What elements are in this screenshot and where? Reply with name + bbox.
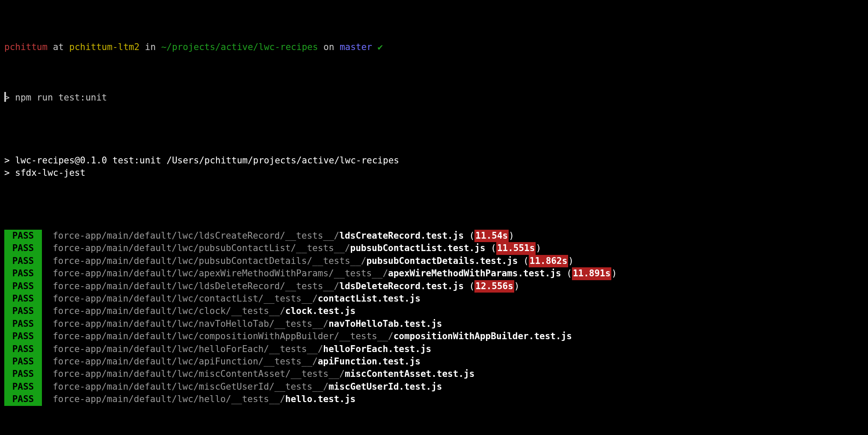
test-path: force-app/main/default/lwc/navToHelloTab… [53, 319, 329, 329]
test-duration-badge: 11.891s [572, 267, 612, 280]
pass-badge: PASS [4, 255, 42, 267]
paren-open: ( [464, 231, 474, 241]
test-path: force-app/main/default/lwc/clock/__tests… [53, 306, 285, 316]
test-filename: helloForEach.test.js [323, 344, 431, 354]
test-filename: navToHelloTab.test.js [329, 319, 442, 329]
test-filename: miscContentAsset.test.js [345, 369, 474, 379]
pass-badge: PASS [4, 381, 42, 393]
prompt-user: pchittum [4, 42, 47, 52]
test-result-row: PASS force-app/main/default/lwc/helloFor… [4, 343, 864, 355]
pass-badge: PASS [4, 242, 42, 254]
test-path: force-app/main/default/lwc/pubsubContact… [53, 243, 350, 253]
paren-close: ) [611, 268, 617, 278]
paren-open: ( [464, 281, 474, 291]
test-filename: hello.test.js [285, 394, 355, 404]
paren-close: ) [509, 231, 514, 241]
test-duration-badge: 12.556s [474, 280, 514, 293]
prompt-line-2: > npm run test:unit [4, 92, 864, 104]
pass-badge: PASS [4, 343, 42, 355]
test-filename: pubsubContactDetails.test.js [366, 256, 518, 266]
test-result-row: PASS force-app/main/default/lwc/apexWire… [4, 267, 864, 280]
pass-badge: PASS [4, 230, 42, 242]
test-result-row: PASS force-app/main/default/lwc/ldsCreat… [4, 230, 864, 242]
script-output-line: > lwc-recipes@0.1.0 test:unit /Users/pch… [4, 154, 864, 167]
prompt-ps1: > [4, 92, 15, 103]
test-duration-badge: 11.551s [496, 242, 536, 254]
jest-results: PASS force-app/main/default/lwc/ldsCreat… [4, 230, 864, 405]
test-duration-badge: 11.54s [474, 230, 509, 242]
test-filename: ldsDeleteRecord.test.js [339, 281, 464, 291]
test-filename: pubsubContactList.test.js [350, 243, 486, 253]
pass-badge: PASS [4, 318, 42, 330]
paren-close: ) [568, 256, 574, 266]
pass-badge: PASS [4, 305, 42, 317]
paren-close: ) [536, 243, 541, 253]
prompt-at: at [47, 42, 69, 52]
test-result-row: PASS force-app/main/default/lwc/hello/__… [4, 393, 864, 405]
test-result-row: PASS force-app/main/default/lwc/miscCont… [4, 368, 864, 380]
test-duration-badge: 11.862s [529, 255, 569, 267]
script-output-line [4, 142, 864, 154]
test-result-row: PASS force-app/main/default/lwc/pubsubCo… [4, 255, 864, 267]
paren-open: ( [518, 256, 528, 266]
prompt-host: pchittum-ltm2 [69, 42, 139, 52]
pass-badge: PASS [4, 355, 42, 368]
test-path: force-app/main/default/lwc/contactList/_… [53, 293, 318, 304]
paren-close: ) [514, 281, 520, 291]
test-path: force-app/main/default/lwc/compositionWi… [53, 331, 394, 341]
test-filename: compositionWithAppBuilder.test.js [394, 331, 572, 341]
test-filename: clock.test.js [285, 306, 355, 316]
entered-command: npm run test:unit [15, 92, 107, 103]
test-path: force-app/main/default/lwc/ldsCreateReco… [53, 231, 339, 241]
prompt-in: in [139, 42, 161, 52]
test-filename: contactList.test.js [318, 293, 421, 304]
pass-badge: PASS [4, 368, 42, 380]
test-result-row: PASS force-app/main/default/lwc/contactL… [4, 293, 864, 305]
terminal[interactable]: pchittum at pchittum-ltm2 in ~/projects/… [0, 0, 868, 435]
test-path: force-app/main/default/lwc/apiFunction/_… [53, 356, 318, 367]
pass-badge: PASS [4, 293, 42, 305]
test-result-row: PASS force-app/main/default/lwc/apiFunct… [4, 355, 864, 368]
prompt-on: on [318, 42, 340, 52]
prompt-line-1: pchittum at pchittum-ltm2 in ~/projects/… [4, 41, 864, 53]
test-result-row: PASS force-app/main/default/lwc/pubsubCo… [4, 242, 864, 254]
test-path: force-app/main/default/lwc/miscContentAs… [53, 369, 345, 379]
npm-script-output: > lwc-recipes@0.1.0 test:unit /Users/pch… [4, 142, 864, 192]
script-output-line [4, 179, 864, 192]
prompt-branch: master [340, 42, 372, 52]
pass-badge: PASS [4, 393, 42, 405]
pass-badge: PASS [4, 330, 42, 343]
test-filename: apiFunction.test.js [318, 356, 421, 367]
test-path: force-app/main/default/lwc/apexWireMetho… [53, 268, 388, 278]
test-result-row: PASS force-app/main/default/lwc/navToHel… [4, 318, 864, 330]
script-output-line: > sfdx-lwc-jest [4, 167, 864, 179]
test-path: force-app/main/default/lwc/ldsDeleteReco… [53, 281, 339, 291]
test-path: force-app/main/default/lwc/hello/__tests… [53, 394, 285, 404]
test-result-row: PASS force-app/main/default/lwc/ldsDelet… [4, 280, 864, 293]
test-result-row: PASS force-app/main/default/lwc/clock/__… [4, 305, 864, 317]
pass-badge: PASS [4, 267, 42, 280]
pass-badge: PASS [4, 280, 42, 293]
test-filename: apexWireMethodWithParams.test.js [388, 268, 561, 278]
paren-open: ( [561, 268, 572, 278]
test-path: force-app/main/default/lwc/miscGetUserId… [53, 382, 329, 392]
paren-open: ( [486, 243, 496, 253]
test-path: force-app/main/default/lwc/helloForEach/… [53, 344, 323, 354]
test-result-row: PASS force-app/main/default/lwc/miscGetU… [4, 381, 864, 393]
test-path: force-app/main/default/lwc/pubsubContact… [53, 256, 366, 266]
test-filename: miscGetUserId.test.js [329, 382, 442, 392]
test-result-row: PASS force-app/main/default/lwc/composit… [4, 330, 864, 343]
prompt-status-icon: ✔ [372, 42, 383, 52]
test-filename: ldsCreateRecord.test.js [339, 231, 464, 241]
prompt-path: ~/projects/active/lwc-recipes [161, 42, 318, 52]
